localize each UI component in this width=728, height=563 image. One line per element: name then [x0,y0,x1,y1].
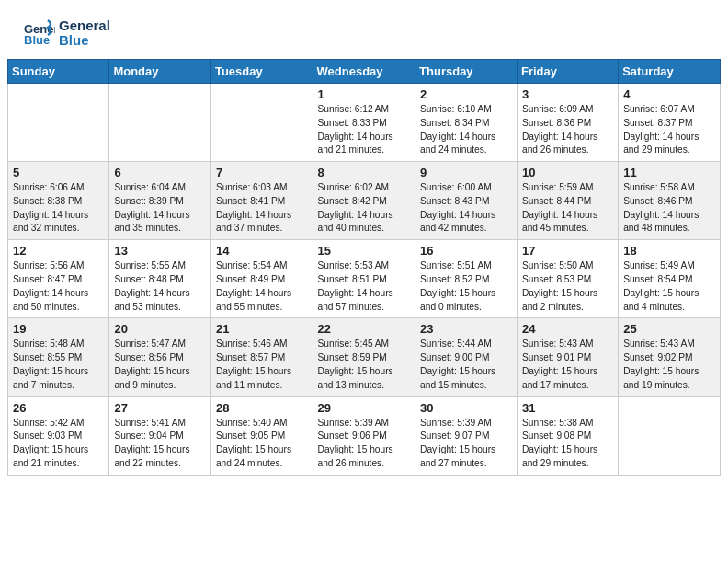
cell-info: Sunrise: 5:39 AM Sunset: 9:07 PM Dayligh… [420,417,512,471]
day-number: 26 [13,401,104,415]
cell-info: Sunrise: 5:39 AM Sunset: 9:06 PM Dayligh… [318,417,411,471]
calendar-cell: 18Sunrise: 5:49 AM Sunset: 8:54 PM Dayli… [619,240,721,318]
day-number: 20 [114,322,206,336]
logo-icon: General Blue [22,17,55,50]
logo-general: General [59,18,110,34]
calendar-cell: 12Sunrise: 5:56 AM Sunset: 8:47 PM Dayli… [8,240,109,318]
calendar-cell: 31Sunrise: 5:38 AM Sunset: 9:08 PM Dayli… [518,396,619,475]
calendar-cell: 20Sunrise: 5:47 AM Sunset: 8:56 PM Dayli… [109,318,211,396]
calendar-cell: 30Sunrise: 5:39 AM Sunset: 9:07 PM Dayli… [415,396,518,475]
weekday-header-sunday: Sunday [8,60,109,84]
cell-info: Sunrise: 5:56 AM Sunset: 8:47 PM Dayligh… [13,259,104,314]
calendar-cell: 3Sunrise: 6:09 AM Sunset: 8:36 PM Daylig… [518,84,619,162]
cell-info: Sunrise: 6:10 AM Sunset: 8:34 PM Dayligh… [420,103,512,157]
weekday-header-row: SundayMondayTuesdayWednesdayThursdayFrid… [8,60,721,84]
cell-info: Sunrise: 5:55 AM Sunset: 8:48 PM Dayligh… [114,259,206,314]
calendar-cell: 28Sunrise: 5:40 AM Sunset: 9:05 PM Dayli… [210,396,313,475]
day-number: 9 [420,166,512,179]
weekday-header-wednesday: Wednesday [313,60,415,84]
day-number: 14 [216,244,308,258]
week-row-4: 19Sunrise: 5:48 AM Sunset: 8:55 PM Dayli… [8,318,721,396]
calendar-cell: 22Sunrise: 5:45 AM Sunset: 8:59 PM Dayli… [313,318,415,396]
cell-info: Sunrise: 6:00 AM Sunset: 8:43 PM Dayligh… [420,181,512,236]
header: General Blue General Blue [0,0,728,59]
weekday-header-saturday: Saturday [619,60,721,84]
day-number: 2 [420,87,512,101]
day-number: 3 [522,87,613,101]
cell-info: Sunrise: 5:46 AM Sunset: 8:57 PM Dayligh… [216,338,308,392]
calendar-cell [8,84,109,162]
calendar-cell: 21Sunrise: 5:46 AM Sunset: 8:57 PM Dayli… [210,318,313,396]
calendar-cell: 5Sunrise: 6:06 AM Sunset: 8:38 PM Daylig… [8,162,109,240]
day-number: 21 [216,322,308,336]
cell-info: Sunrise: 5:47 AM Sunset: 8:56 PM Dayligh… [114,338,206,392]
logo: General Blue General Blue [22,17,110,50]
cell-info: Sunrise: 5:43 AM Sunset: 9:02 PM Dayligh… [623,338,715,392]
calendar-cell: 17Sunrise: 5:50 AM Sunset: 8:53 PM Dayli… [518,240,619,318]
cell-info: Sunrise: 5:59 AM Sunset: 8:44 PM Dayligh… [522,181,613,236]
cell-info: Sunrise: 5:50 AM Sunset: 8:53 PM Dayligh… [522,259,613,314]
cell-info: Sunrise: 5:49 AM Sunset: 8:54 PM Dayligh… [623,259,715,314]
day-number: 22 [318,322,411,336]
cell-info: Sunrise: 5:44 AM Sunset: 9:00 PM Dayligh… [420,338,512,392]
cell-info: Sunrise: 6:03 AM Sunset: 8:41 PM Dayligh… [216,181,308,236]
day-number: 16 [420,244,512,258]
calendar-cell: 26Sunrise: 5:42 AM Sunset: 9:03 PM Dayli… [8,396,109,475]
cell-info: Sunrise: 5:51 AM Sunset: 8:52 PM Dayligh… [420,259,512,314]
calendar-cell: 23Sunrise: 5:44 AM Sunset: 9:00 PM Dayli… [415,318,518,396]
cell-info: Sunrise: 5:38 AM Sunset: 9:08 PM Dayligh… [522,417,613,471]
week-row-1: 1Sunrise: 6:12 AM Sunset: 8:33 PM Daylig… [8,84,721,162]
weekday-header-thursday: Thursday [415,60,518,84]
cell-info: Sunrise: 5:54 AM Sunset: 8:49 PM Dayligh… [216,259,308,314]
day-number: 10 [522,166,613,179]
day-number: 27 [114,401,206,415]
weekday-header-tuesday: Tuesday [210,60,313,84]
weekday-header-friday: Friday [518,60,619,84]
calendar-cell [210,84,313,162]
day-number: 30 [420,401,512,415]
cell-info: Sunrise: 6:06 AM Sunset: 8:38 PM Dayligh… [13,181,104,236]
weekday-header-monday: Monday [109,60,211,84]
calendar-cell: 6Sunrise: 6:04 AM Sunset: 8:39 PM Daylig… [109,162,211,240]
day-number: 17 [522,244,613,258]
cell-info: Sunrise: 5:48 AM Sunset: 8:55 PM Dayligh… [13,338,104,392]
week-row-5: 26Sunrise: 5:42 AM Sunset: 9:03 PM Dayli… [8,396,721,475]
day-number: 6 [114,166,206,179]
calendar-cell: 24Sunrise: 5:43 AM Sunset: 9:01 PM Dayli… [518,318,619,396]
calendar-cell: 19Sunrise: 5:48 AM Sunset: 8:55 PM Dayli… [8,318,109,396]
cell-info: Sunrise: 6:02 AM Sunset: 8:42 PM Dayligh… [318,181,411,236]
calendar-cell [109,84,211,162]
calendar-cell: 29Sunrise: 5:39 AM Sunset: 9:06 PM Dayli… [313,396,415,475]
day-number: 7 [216,166,308,179]
day-number: 12 [13,244,104,258]
day-number: 19 [13,322,104,336]
day-number: 24 [522,322,613,336]
calendar-cell: 10Sunrise: 5:59 AM Sunset: 8:44 PM Dayli… [518,162,619,240]
cell-info: Sunrise: 5:45 AM Sunset: 8:59 PM Dayligh… [318,338,411,392]
day-number: 23 [420,322,512,336]
week-row-2: 5Sunrise: 6:06 AM Sunset: 8:38 PM Daylig… [8,162,721,240]
calendar-cell [619,396,721,475]
calendar-cell: 15Sunrise: 5:53 AM Sunset: 8:51 PM Dayli… [313,240,415,318]
day-number: 31 [522,401,613,415]
day-number: 25 [623,322,715,336]
calendar-cell: 9Sunrise: 6:00 AM Sunset: 8:43 PM Daylig… [415,162,518,240]
calendar-cell: 13Sunrise: 5:55 AM Sunset: 8:48 PM Dayli… [109,240,211,318]
calendar-cell: 16Sunrise: 5:51 AM Sunset: 8:52 PM Dayli… [415,240,518,318]
day-number: 29 [318,401,411,415]
day-number: 5 [13,166,104,179]
calendar-cell: 14Sunrise: 5:54 AM Sunset: 8:49 PM Dayli… [210,240,313,318]
calendar-table: SundayMondayTuesdayWednesdayThursdayFrid… [7,59,721,476]
cell-info: Sunrise: 5:41 AM Sunset: 9:04 PM Dayligh… [114,417,206,471]
calendar-cell: 1Sunrise: 6:12 AM Sunset: 8:33 PM Daylig… [313,84,415,162]
calendar-wrapper: SundayMondayTuesdayWednesdayThursdayFrid… [0,59,728,483]
cell-info: Sunrise: 6:12 AM Sunset: 8:33 PM Dayligh… [318,103,411,157]
logo-blue: Blue [59,33,110,49]
cell-info: Sunrise: 5:42 AM Sunset: 9:03 PM Dayligh… [13,417,104,471]
week-row-3: 12Sunrise: 5:56 AM Sunset: 8:47 PM Dayli… [8,240,721,318]
cell-info: Sunrise: 6:04 AM Sunset: 8:39 PM Dayligh… [114,181,206,236]
day-number: 15 [318,244,411,258]
calendar-cell: 27Sunrise: 5:41 AM Sunset: 9:04 PM Dayli… [109,396,211,475]
svg-text:Blue: Blue [24,33,50,47]
cell-info: Sunrise: 5:53 AM Sunset: 8:51 PM Dayligh… [318,259,411,314]
